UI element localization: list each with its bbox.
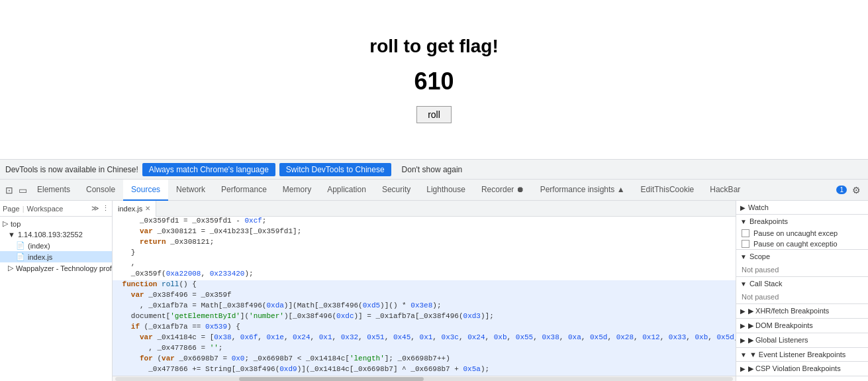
file-tree: ▷ top ▼ 1.14.108.193:32552 📄 (index) 📄 i… bbox=[0, 217, 112, 381]
devtools-body: Page | Workspace ≫ ⋮ ▷ top ▼ 1.14.108.19… bbox=[0, 201, 868, 381]
sources-panel: Page | Workspace ≫ ⋮ ▷ top ▼ 1.14.108.19… bbox=[0, 201, 113, 381]
dom-header[interactable]: ▶ ▶ DOM Breakpoints bbox=[736, 319, 868, 333]
breakpoints-label: Breakpoints bbox=[749, 217, 788, 225]
code-line-10: document['getElementById']('number')[_0x… bbox=[113, 312, 736, 323]
tab-hackbar[interactable]: HackBar bbox=[702, 180, 748, 201]
event-section: ▼ ▼ Event Listener Breakpoints bbox=[736, 348, 868, 362]
callstack-header[interactable]: ▼ Call Stack bbox=[736, 277, 868, 290]
watch-label: Watch bbox=[748, 203, 769, 211]
cloud-icon: ▼ bbox=[8, 231, 15, 239]
right-panel: ▶ Watch ▼ Breakpoints Pause on uncaught … bbox=[736, 201, 868, 381]
scope-status: Not paused bbox=[742, 266, 779, 274]
devtools-tab-bar: ⊡ ▭ Elements Console Sources Network Per… bbox=[0, 180, 868, 201]
code-line-4: } bbox=[113, 248, 736, 259]
pause-caught-checkbox[interactable] bbox=[742, 240, 749, 248]
code-line-3: return _0x308121; bbox=[113, 238, 736, 248]
tree-item-indexjs[interactable]: 📄 index.js bbox=[0, 251, 112, 262]
tree-item-wappalyzer[interactable]: ▷ Wappalyzer - Technology profiler bbox=[0, 262, 112, 274]
scope-header[interactable]: ▼ Scope bbox=[736, 250, 868, 263]
tab-elements[interactable]: Elements bbox=[29, 180, 78, 201]
file-icon-js: 📄 bbox=[16, 252, 25, 261]
watch-header[interactable]: ▶ Watch bbox=[736, 201, 868, 214]
csp-label: ▶ CSP Violation Breakpoints bbox=[748, 364, 841, 373]
devtools-device-icon[interactable]: ▭ bbox=[16, 184, 29, 197]
xhr-arrow-icon: ▶ bbox=[740, 307, 746, 315]
tab-memory[interactable]: Memory bbox=[275, 180, 319, 201]
callstack-section: ▼ Call Stack Not paused bbox=[736, 277, 868, 304]
xhr-section: ▶ ▶ XHR/fetch Breakpoints bbox=[736, 304, 868, 319]
pause-uncaught-item: Pause on uncaught excep bbox=[736, 228, 868, 239]
dom-arrow-icon: ▶ bbox=[740, 322, 746, 329]
wappalyzer-arrow-icon: ▷ bbox=[8, 264, 13, 272]
devtools-panel: ⊡ ▭ Elements Console Sources Network Per… bbox=[0, 179, 868, 381]
watch-arrow-icon: ▶ bbox=[740, 204, 746, 211]
tab-performance[interactable]: Performance bbox=[213, 180, 275, 201]
tree-item-server[interactable]: ▼ 1.14.108.193:32552 bbox=[0, 229, 112, 240]
event-arrow-icon: ▼ bbox=[740, 351, 747, 358]
code-editor: index.js ✕ _0x359fd1 = _0x359fd1 - 0xcf; bbox=[113, 201, 736, 381]
switch-language-button[interactable]: Switch DevTools to Chinese bbox=[279, 163, 391, 176]
code-line-14: for (var _0x6698b7 = 0x0; _0x6698b7 < _0… bbox=[113, 354, 736, 365]
csp-arrow-icon: ▶ bbox=[740, 365, 746, 372]
tree-arrow-icon: ▷ bbox=[3, 219, 8, 228]
devtools-notification-bar: DevTools is now available in Chinese! Al… bbox=[0, 159, 868, 179]
tab-editthiscookie[interactable]: EditThisCookie bbox=[633, 180, 702, 201]
callstack-body: Not paused bbox=[736, 290, 868, 303]
csp-section: ▶ ▶ CSP Violation Breakpoints bbox=[736, 362, 868, 376]
roll-button[interactable]: roll bbox=[416, 106, 452, 123]
tab-sources[interactable]: Sources bbox=[123, 180, 168, 201]
code-line-1: _0x359fd1 = _0x359fd1 - 0xcf; bbox=[113, 217, 736, 227]
editor-tabs: index.js ✕ bbox=[113, 201, 736, 217]
scope-section: ▼ Scope Not paused bbox=[736, 250, 868, 277]
editor-tab-indexjs[interactable]: index.js ✕ bbox=[113, 201, 156, 217]
scrollbar-track[interactable] bbox=[115, 377, 733, 381]
breakpoints-section: ▼ Breakpoints Pause on uncaught excep Pa… bbox=[736, 215, 868, 250]
match-language-button[interactable]: Always match Chrome's language bbox=[142, 163, 275, 176]
global-header[interactable]: ▶ ▶ Global Listeners bbox=[736, 333, 868, 347]
tab-application[interactable]: Application bbox=[319, 180, 374, 201]
code-content[interactable]: _0x359fd1 = _0x359fd1 - 0xcf; var _0x308… bbox=[113, 217, 736, 376]
xhr-header[interactable]: ▶ ▶ XHR/fetch Breakpoints bbox=[736, 304, 868, 318]
callstack-label: Call Stack bbox=[749, 280, 783, 288]
event-header[interactable]: ▼ ▼ Event Listener Breakpoints bbox=[736, 348, 868, 361]
file-icon: 📄 bbox=[16, 241, 25, 250]
main-page: roll to get flag! 610 roll bbox=[0, 0, 868, 159]
tab-console[interactable]: Console bbox=[78, 180, 123, 201]
csp-header[interactable]: ▶ ▶ CSP Violation Breakpoints bbox=[736, 362, 868, 376]
code-line-2: var _0x308121 = _0x41b233[_0x359fd1]; bbox=[113, 227, 736, 238]
editor-scrollbar[interactable] bbox=[113, 376, 736, 381]
tree-item-index[interactable]: 📄 (index) bbox=[0, 240, 112, 251]
settings-icon[interactable]: ⚙ bbox=[849, 184, 863, 197]
scrollbar-thumb[interactable] bbox=[239, 377, 424, 381]
editor-tab-close-icon[interactable]: ✕ bbox=[145, 205, 150, 212]
scope-body: Not paused bbox=[736, 263, 868, 276]
code-line-12: var _0x14184c = [0x38, 0x6f, 0x1e, 0x24,… bbox=[113, 333, 736, 344]
xhr-label: ▶ XHR/fetch Breakpoints bbox=[748, 307, 829, 315]
tab-performance-insights[interactable]: Performance insights ▲ bbox=[532, 180, 633, 201]
tab-lighthouse[interactable]: Lighthouse bbox=[418, 180, 473, 201]
tree-item-top[interactable]: ▷ top bbox=[0, 218, 112, 229]
tab-security[interactable]: Security bbox=[374, 180, 418, 201]
sources-menu-icon[interactable]: ⋮ bbox=[102, 204, 109, 213]
tab-recorder[interactable]: Recorder ⏺ bbox=[473, 180, 532, 201]
scope-arrow-icon: ▼ bbox=[740, 253, 747, 260]
devtools-cursor-icon[interactable]: ⊡ bbox=[3, 184, 16, 197]
breakpoints-header[interactable]: ▼ Breakpoints bbox=[736, 215, 868, 228]
sources-more-icon[interactable]: ≫ bbox=[91, 204, 99, 213]
callstack-status: Not paused bbox=[742, 293, 779, 301]
code-line-8: var _0x38f496 = _0x359f bbox=[113, 291, 736, 301]
dont-show-again-button[interactable]: Don't show again bbox=[395, 163, 469, 176]
event-label: ▼ Event Listener Breakpoints bbox=[749, 351, 845, 358]
sources-workspace-tab[interactable]: Workspace bbox=[27, 205, 64, 213]
sources-page-tab[interactable]: Page bbox=[3, 205, 20, 213]
pause-uncaught-checkbox[interactable] bbox=[742, 229, 749, 237]
pause-caught-item: Pause on caught exceptio bbox=[736, 239, 868, 249]
code-line-13: , _0x477866 = ''; bbox=[113, 344, 736, 354]
sources-panel-header: Page | Workspace ≫ ⋮ bbox=[0, 201, 112, 217]
pause-uncaught-label: Pause on uncaught excep bbox=[753, 229, 838, 237]
tab-network[interactable]: Network bbox=[168, 180, 213, 201]
watch-section: ▶ Watch bbox=[736, 201, 868, 215]
code-line-6: _0x359f(0xa22008, 0x233420); bbox=[113, 270, 736, 280]
page-number: 610 bbox=[414, 68, 454, 95]
tabs-right-area: 1 ⚙ bbox=[836, 184, 865, 197]
